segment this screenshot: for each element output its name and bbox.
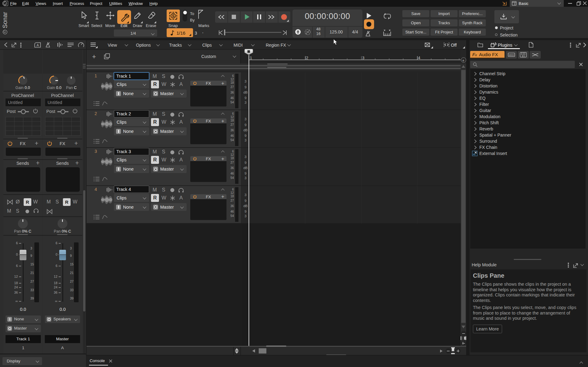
- svg-text:FX: FX: [473, 153, 476, 156]
- svg-text:MIDI: MIDI: [509, 54, 514, 56]
- svg-text:A: A: [37, 43, 39, 47]
- svg-text:S: S: [172, 14, 174, 18]
